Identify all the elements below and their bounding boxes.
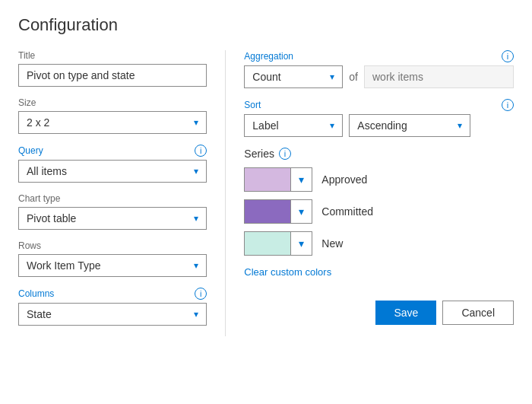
- sort-label: Sort: [244, 100, 261, 110]
- cancel-button[interactable]: Cancel: [442, 301, 514, 325]
- new-swatch-chevron[interactable]: ▾: [290, 232, 312, 255]
- approved-color-swatch: [245, 168, 290, 191]
- series-item-committed: ▾ Committed: [244, 199, 514, 224]
- of-input: [364, 65, 514, 88]
- sort-label-row: Sort i: [244, 99, 514, 111]
- committed-swatch-chevron[interactable]: ▾: [290, 200, 312, 223]
- chevron-down-icon: ▾: [299, 237, 304, 250]
- size-select[interactable]: 2 x 2 ▾: [18, 111, 207, 134]
- series-info-icon[interactable]: i: [279, 148, 291, 160]
- committed-label: Committed: [321, 205, 373, 218]
- page-title: Configuration: [18, 15, 514, 35]
- sort-field-group: Sort i Label ▾ Ascending ▾: [244, 99, 514, 137]
- chevron-down-icon: ▾: [299, 173, 304, 186]
- title-label: Title: [18, 50, 207, 61]
- chevron-down-icon: ▾: [194, 309, 198, 320]
- footer-buttons: Save Cancel: [244, 301, 514, 325]
- left-panel: Title Size 2 x 2 ▾ Query i All items ▾ C…: [18, 50, 226, 336]
- chevron-down-icon: ▾: [330, 72, 334, 82]
- rows-value: Work Item Type: [27, 259, 101, 272]
- rows-field-group: Rows Work Item Type ▾: [18, 240, 207, 277]
- title-input[interactable]: [18, 64, 207, 87]
- query-select[interactable]: All items ▾: [18, 160, 207, 183]
- new-label: New: [321, 237, 343, 250]
- query-label: Query: [18, 145, 43, 156]
- sort-field-value: Label: [252, 119, 278, 132]
- aggregation-label: Aggregation: [244, 51, 293, 62]
- query-value: All items: [27, 165, 67, 177]
- aggregation-row: Count ▾ of: [244, 65, 514, 88]
- columns-label: Columns: [18, 288, 54, 299]
- query-info-icon[interactable]: i: [195, 145, 207, 157]
- chevron-down-icon: ▾: [458, 120, 462, 131]
- chevron-down-icon: ▾: [194, 166, 198, 177]
- series-item-new: ▾ New: [244, 231, 514, 256]
- chart-type-value: Pivot table: [27, 212, 76, 224]
- chevron-down-icon: ▾: [194, 213, 198, 224]
- size-label: Size: [18, 97, 207, 108]
- sort-info-icon[interactable]: i: [502, 99, 514, 111]
- aggregation-label-row: Aggregation i: [244, 50, 514, 62]
- columns-field-group: Columns i State ▾: [18, 288, 207, 326]
- query-label-row: Query i: [18, 145, 207, 157]
- right-panel: Aggregation i Count ▾ of Sort i Label ▾: [226, 50, 514, 336]
- save-button[interactable]: Save: [375, 301, 436, 325]
- aggregation-select[interactable]: Count ▾: [244, 65, 343, 88]
- series-label: Series: [244, 148, 274, 160]
- title-field-group: Title: [18, 50, 207, 87]
- columns-value: State: [27, 308, 52, 320]
- series-item-approved: ▾ Approved: [244, 167, 514, 192]
- columns-info-icon[interactable]: i: [195, 288, 207, 300]
- chart-type-label: Chart type: [18, 193, 207, 204]
- committed-color-swatch: [245, 200, 290, 223]
- rows-select[interactable]: Work Item Type ▾: [18, 254, 207, 277]
- columns-label-row: Columns i: [18, 288, 207, 300]
- chevron-down-icon: ▾: [194, 260, 198, 271]
- aggregation-field-group: Aggregation i Count ▾ of: [244, 50, 514, 88]
- size-field-group: Size 2 x 2 ▾: [18, 97, 207, 134]
- chevron-down-icon: ▾: [299, 205, 304, 218]
- chart-type-field-group: Chart type Pivot table ▾: [18, 193, 207, 230]
- columns-select[interactable]: State ▾: [18, 303, 207, 326]
- approved-swatch-chevron[interactable]: ▾: [290, 168, 312, 191]
- approved-swatch-container[interactable]: ▾: [244, 167, 312, 192]
- clear-custom-colors-link[interactable]: Clear custom colors: [244, 266, 331, 278]
- committed-swatch-container[interactable]: ▾: [244, 199, 312, 224]
- sort-field-select[interactable]: Label ▾: [244, 114, 343, 137]
- aggregation-info-icon[interactable]: i: [502, 50, 514, 62]
- series-header: Series i: [244, 148, 514, 160]
- query-field-group: Query i All items ▾: [18, 145, 207, 183]
- series-field-group: Series i ▾ Approved ▾: [244, 148, 514, 278]
- sort-order-value: Ascending: [357, 119, 407, 132]
- chevron-down-icon: ▾: [194, 117, 198, 128]
- size-value: 2 x 2: [27, 116, 49, 129]
- chevron-down-icon: ▾: [330, 120, 334, 131]
- new-swatch-container[interactable]: ▾: [244, 231, 312, 256]
- chart-type-select[interactable]: Pivot table ▾: [18, 207, 207, 230]
- sort-row: Label ▾ Ascending ▾: [244, 114, 514, 137]
- new-color-swatch: [245, 232, 290, 255]
- approved-label: Approved: [321, 173, 367, 186]
- sort-order-select[interactable]: Ascending ▾: [349, 114, 470, 137]
- rows-label: Rows: [18, 240, 207, 251]
- of-label: of: [349, 71, 358, 83]
- aggregation-value: Count: [252, 71, 280, 83]
